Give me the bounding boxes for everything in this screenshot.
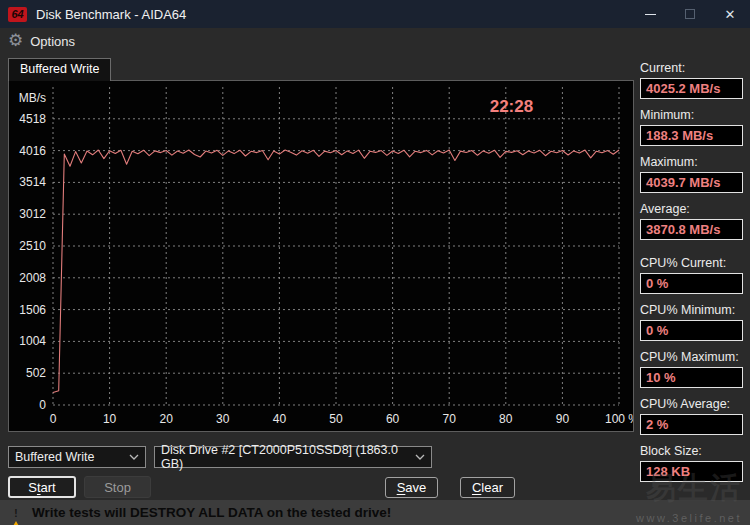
svg-text:2008: 2008	[19, 271, 46, 285]
drive-select[interactable]: Disk Drive #2 [CT2000P510SSD8] (1863.0 G…	[154, 446, 432, 468]
stat-cpu-average-value: 2 %	[640, 414, 743, 435]
minimize-icon	[645, 14, 656, 15]
svg-text:4016: 4016	[19, 144, 46, 158]
stat-average-value: 3870.8 MB/s	[640, 219, 743, 240]
stat-current-label: Current:	[640, 61, 743, 75]
start-button-label: S	[28, 480, 37, 495]
svg-text:0: 0	[50, 412, 57, 426]
window-title: Disk Benchmark - AIDA64	[36, 7, 186, 22]
svg-text:MB/s: MB/s	[19, 91, 46, 105]
clear-button[interactable]: Clear	[460, 477, 515, 498]
stat-maximum: Maximum: 4039.7 MB/s	[640, 155, 743, 193]
test-type-select[interactable]: Buffered Write	[8, 446, 146, 468]
svg-text:40: 40	[273, 412, 287, 426]
stat-block-size-label: Block Size:	[640, 444, 743, 458]
svg-text:60: 60	[386, 412, 400, 426]
stat-minimum-value: 188.3 MB/s	[640, 125, 743, 146]
warning-icon: !	[8, 506, 24, 520]
stat-cpu-maximum: CPU% Maximum: 10 %	[640, 350, 743, 388]
options-menu-label: Options	[30, 34, 75, 49]
stats-panel: Current: 4025.2 MB/s Minimum: 188.3 MB/s…	[640, 61, 743, 491]
svg-text:22:28: 22:28	[490, 97, 533, 116]
stat-block-size: Block Size: 128 KB	[640, 444, 743, 482]
stat-cpu-minimum-label: CPU% Minimum:	[640, 303, 743, 317]
stat-minimum-label: Minimum:	[640, 108, 743, 122]
stat-maximum-label: Maximum:	[640, 155, 743, 169]
benchmark-chart: 050210041506200825103012351440164518MB/s…	[9, 81, 633, 431]
test-type-value: Buffered Write	[15, 450, 94, 464]
svg-text:3514: 3514	[19, 175, 46, 189]
stat-average-label: Average:	[640, 202, 743, 216]
stat-maximum-value: 4039.7 MB/s	[640, 172, 743, 193]
svg-text:50: 50	[329, 412, 343, 426]
maximize-icon	[685, 9, 695, 19]
svg-text:0: 0	[39, 398, 46, 412]
svg-text:20: 20	[160, 412, 174, 426]
stat-minimum: Minimum: 188.3 MB/s	[640, 108, 743, 146]
warning-text: Write tests will DESTROY ALL DATA on the…	[32, 505, 391, 520]
svg-text:502: 502	[26, 366, 46, 380]
options-menu[interactable]: ⚙ Options	[0, 31, 83, 52]
svg-text:80: 80	[499, 412, 513, 426]
aida64-app-icon: 64	[8, 7, 27, 22]
svg-text:3012: 3012	[19, 207, 46, 221]
minimize-button[interactable]	[630, 0, 670, 28]
stat-cpu-average: CPU% Average: 2 %	[640, 397, 743, 435]
svg-text:2510: 2510	[19, 239, 46, 253]
chevron-down-icon	[129, 454, 139, 460]
titlebar: 64 Disk Benchmark - AIDA64 ✕	[0, 0, 750, 28]
stat-cpu-minimum-value: 0 %	[640, 320, 743, 341]
stat-cpu-current: CPU% Current: 0 %	[640, 256, 743, 294]
chevron-down-icon	[415, 454, 425, 460]
stat-cpu-maximum-value: 10 %	[640, 367, 743, 388]
stat-current: Current: 4025.2 MB/s	[640, 61, 743, 99]
stat-cpu-minimum: CPU% Minimum: 0 %	[640, 303, 743, 341]
disk-benchmark-window: { "window": { "title": "Disk Benchmark -…	[0, 0, 750, 525]
svg-text:1506: 1506	[19, 303, 46, 317]
stat-cpu-current-value: 0 %	[640, 273, 743, 294]
gear-icon: ⚙	[8, 32, 23, 49]
drive-select-value: Disk Drive #2 [CT2000P510SSD8] (1863.0 G…	[161, 443, 415, 471]
stat-block-size-value: 128 KB	[640, 461, 743, 482]
stat-average: Average: 3870.8 MB/s	[640, 202, 743, 240]
svg-text:4518: 4518	[19, 112, 46, 126]
window-controls: ✕	[630, 0, 750, 28]
svg-text:10: 10	[103, 412, 117, 426]
warning-bar: ! Write tests will DESTROY ALL DATA on t…	[0, 500, 750, 525]
tab-buffered-write[interactable]: Buffered Write	[8, 58, 111, 81]
svg-text:100 %: 100 %	[605, 412, 633, 426]
stop-button[interactable]: Stop	[84, 476, 151, 498]
stat-current-value: 4025.2 MB/s	[640, 78, 743, 99]
svg-text:1004: 1004	[19, 334, 46, 348]
svg-text:30: 30	[216, 412, 230, 426]
svg-text:70: 70	[443, 412, 457, 426]
stat-cpu-average-label: CPU% Average:	[640, 397, 743, 411]
svg-text:90: 90	[556, 412, 570, 426]
menubar: ⚙ Options	[0, 28, 750, 55]
close-icon: ✕	[725, 7, 736, 22]
stat-cpu-maximum-label: CPU% Maximum:	[640, 350, 743, 364]
save-button[interactable]: Save	[385, 477, 438, 498]
close-button[interactable]: ✕	[710, 0, 750, 28]
chart-panel: 050210041506200825103012351440164518MB/s…	[8, 80, 634, 432]
start-button[interactable]: Start	[8, 476, 76, 498]
stat-cpu-current-label: CPU% Current:	[640, 256, 743, 270]
maximize-button[interactable]	[670, 0, 710, 28]
